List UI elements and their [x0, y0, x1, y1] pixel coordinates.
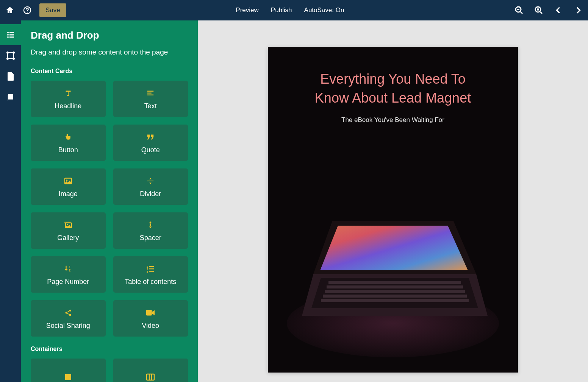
- help-icon[interactable]: [22, 5, 33, 16]
- svg-text:2: 2: [69, 269, 71, 272]
- content-card-image[interactable]: Image: [31, 168, 106, 205]
- page-subtitle: The eBook You've Been Waiting For: [268, 112, 518, 124]
- content-card-headline[interactable]: Headline: [31, 81, 106, 117]
- home-icon[interactable]: [5, 5, 15, 16]
- card-label: Text: [144, 102, 157, 110]
- content-card-table-of-contents[interactable]: 123Table of contents: [113, 256, 188, 293]
- svg-rect-12: [9, 34, 14, 35]
- canvas[interactable]: Everything You Need To Know About Lead M…: [198, 20, 588, 382]
- card-label: Quote: [141, 146, 160, 154]
- svg-line-3: [521, 12, 522, 14]
- svg-point-16: [7, 52, 8, 53]
- rail-item-blocks[interactable]: [0, 24, 21, 45]
- svg-marker-51: [320, 226, 468, 270]
- svg-rect-58: [321, 299, 469, 302]
- columns-icon: [146, 373, 155, 382]
- section-containers: Containers: [31, 346, 188, 352]
- rail-item-book[interactable]: [0, 87, 21, 108]
- content-card-quote[interactable]: Quote: [113, 125, 188, 161]
- svg-point-13: [7, 36, 9, 38]
- top-bar: Save Preview Publish AutoSave: On: [0, 0, 588, 20]
- content-card-video[interactable]: Video: [113, 300, 188, 337]
- list-ol-icon: 123: [146, 264, 155, 273]
- svg-point-19: [13, 58, 14, 59]
- svg-rect-44: [146, 310, 152, 315]
- svg-point-17: [13, 52, 14, 53]
- next-page-icon[interactable]: [573, 5, 583, 16]
- type-icon: [64, 89, 72, 98]
- svg-text:3: 3: [147, 270, 148, 273]
- box-icon: [64, 373, 72, 382]
- svg-point-26: [66, 179, 67, 181]
- svg-rect-45: [65, 374, 71, 380]
- svg-rect-24: [147, 94, 154, 95]
- svg-point-18: [7, 58, 8, 59]
- svg-rect-57: [323, 295, 467, 298]
- sidebar-panel: Drag and Drop Drag and drop some content…: [21, 20, 198, 382]
- svg-point-11: [7, 34, 9, 36]
- svg-line-43: [67, 313, 69, 314]
- svg-point-9: [7, 32, 9, 33]
- svg-rect-15: [8, 53, 14, 59]
- content-card-social-sharing[interactable]: Social Sharing: [31, 300, 106, 337]
- svg-rect-27: [147, 181, 154, 181]
- container-card-1[interactable]: [113, 359, 188, 382]
- page-headline: Everything You Need To Know About Lead M…: [268, 47, 518, 112]
- svg-rect-56: [325, 290, 465, 293]
- svg-point-1: [27, 12, 28, 12]
- zoom-out-icon[interactable]: [514, 5, 524, 16]
- rail-item-layout[interactable]: [0, 45, 21, 66]
- card-label: Social Sharing: [46, 322, 90, 330]
- svg-rect-38: [149, 271, 154, 271]
- content-card-text[interactable]: Text: [113, 81, 188, 117]
- content-card-divider[interactable]: Divider: [113, 168, 188, 205]
- video-icon: [146, 308, 155, 317]
- left-rail: [0, 20, 21, 382]
- prev-page-icon[interactable]: [553, 5, 564, 16]
- sidebar-title: Drag and Drop: [31, 30, 188, 41]
- card-label: Gallery: [57, 234, 79, 242]
- card-label: Image: [59, 190, 78, 198]
- save-button[interactable]: Save: [39, 3, 66, 17]
- image-icon: [64, 176, 72, 186]
- content-card-page-number[interactable]: 12Page Number: [31, 256, 106, 293]
- share-icon: [64, 308, 72, 317]
- content-card-spacer[interactable]: Spacer: [113, 212, 188, 249]
- svg-rect-46: [147, 374, 154, 380]
- page-preview[interactable]: Everything You Need To Know About Lead M…: [268, 47, 518, 373]
- content-card-gallery[interactable]: Gallery: [31, 212, 106, 249]
- card-label: Spacer: [140, 234, 161, 242]
- svg-line-42: [67, 311, 69, 312]
- divider-icon: [146, 176, 155, 186]
- card-label: Divider: [140, 190, 161, 198]
- page-image: [287, 198, 499, 357]
- rail-item-pages[interactable]: [0, 66, 21, 87]
- pointer-icon: [64, 133, 72, 142]
- publish-link[interactable]: Publish: [271, 6, 292, 14]
- sort-num-icon: 12: [64, 264, 72, 273]
- svg-rect-21: [8, 100, 13, 100]
- container-card-0[interactable]: [31, 359, 106, 382]
- svg-rect-23: [147, 92, 152, 93]
- zoom-in-icon[interactable]: [533, 5, 544, 16]
- svg-rect-22: [147, 90, 154, 91]
- svg-rect-14: [9, 36, 14, 37]
- content-card-button[interactable]: Button: [31, 125, 106, 161]
- gallery-icon: [64, 220, 73, 229]
- quote-icon: [146, 133, 155, 142]
- svg-rect-54: [328, 281, 461, 284]
- section-content-cards: Content Cards: [31, 68, 188, 75]
- svg-rect-37: [149, 268, 154, 269]
- svg-line-6: [540, 12, 542, 14]
- align-left-icon: [146, 89, 155, 98]
- sidebar-description: Drag and drop some content onto the page: [31, 48, 188, 56]
- spacer-icon: [147, 220, 153, 229]
- svg-rect-36: [149, 266, 154, 267]
- preview-link[interactable]: Preview: [236, 6, 258, 14]
- svg-point-29: [67, 224, 68, 225]
- card-label: Page Number: [47, 278, 89, 286]
- card-label: Button: [58, 146, 78, 154]
- svg-text:1: 1: [69, 265, 71, 269]
- card-label: Headline: [55, 102, 81, 110]
- autosave-toggle[interactable]: AutoSave: On: [304, 6, 344, 14]
